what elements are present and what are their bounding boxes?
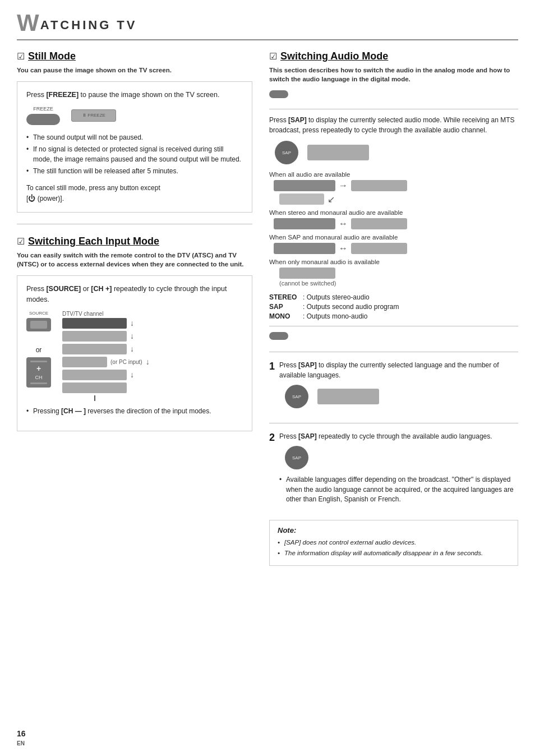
header-letter: W <box>17 11 39 35</box>
step1-sap-button: SAP <box>285 385 308 408</box>
or-pc-label: (or PC input) <box>110 359 142 365</box>
step-divider <box>269 423 518 423</box>
sap-desc: : Outputs second audio program <box>303 303 399 311</box>
step2-sap-button: SAP <box>285 446 308 469</box>
when-sap-label: When SAP and monaural audio are availabl… <box>269 234 518 241</box>
step1-display-bar <box>317 389 379 404</box>
when-stereo-diagram: ↔ <box>274 218 518 229</box>
audio-section: ☑ Switching Audio Mode This section desc… <box>269 50 518 566</box>
audio-title: Switching Audio Mode <box>280 50 388 62</box>
still-mode-checkmark: ☑ <box>17 51 25 62</box>
stereo-row: STEREO : Outputs stereo-audio <box>269 293 518 301</box>
mono-desc: : Outputs mono-audio <box>303 312 367 320</box>
note-title: Note: <box>278 526 510 534</box>
note-box: Note: [SAP] does not control external au… <box>269 520 518 565</box>
page-en: EN <box>17 740 25 746</box>
when-mono-label: When only monaural audio is available <box>269 259 518 265</box>
still-bullet-1: The sound output will not be paused. <box>26 133 243 142</box>
still-cancel-text: To cancel still mode, press any button e… <box>26 183 243 204</box>
note-bullet-1: [SAP] does not control external audio de… <box>278 538 510 547</box>
sap-row: SAP : Outputs second audio program <box>269 303 518 311</box>
note-list: [SAP] does not control external audio de… <box>278 538 510 557</box>
digital-divider-bottom <box>269 352 518 352</box>
when-sap-diagram: ↔ <box>274 243 518 254</box>
still-bullet-2: If no signal is detected or protected si… <box>26 145 243 164</box>
input-mode-heading: ☑ Switching Each Input Mode <box>17 236 252 247</box>
page-number-container: 16 EN <box>17 729 26 747</box>
mono-term: MONO <box>269 312 297 320</box>
right-column: ☑ Switching Audio Mode This section desc… <box>269 50 518 566</box>
digital-pill <box>269 332 288 340</box>
step-1-content: Press [SAP] to display the currently sel… <box>279 360 518 415</box>
step1-sap-display-row: SAP <box>285 385 518 408</box>
step-2-text: Press [SAP] repeatedly to cycle through … <box>279 431 518 441</box>
input-mode-bullet-1: Pressing [CH — ] reverses the direction … <box>26 407 243 416</box>
cannot-switched: (cannot be switched) <box>279 280 336 287</box>
audio-heading: ☑ Switching Audio Mode <box>269 50 518 62</box>
left-column: ☑ Still Mode You can pause the image sho… <box>17 50 252 566</box>
still-mode-bullets: The sound output will not be paused. If … <box>26 133 243 177</box>
page-header: W ATCHING TV <box>17 11 518 40</box>
step-1-row: 1 Press [SAP] to display the currently s… <box>269 358 518 415</box>
audio-checkmark: ☑ <box>269 51 277 62</box>
stereo-desc: : Outputs stereo-audio <box>303 293 370 301</box>
audio-labels: STEREO : Outputs stereo-audio SAP : Outp… <box>269 293 518 320</box>
freeze-label: FREEZE <box>33 106 53 112</box>
analog-intro: Press [SAP] to display the currently sel… <box>269 115 518 135</box>
sap-term: SAP <box>269 303 297 311</box>
divider-left <box>17 224 252 224</box>
sap-button-shape: SAP <box>275 141 298 164</box>
stereo-term: STEREO <box>269 293 297 301</box>
source-diagram: SOURCE or + CH <box>26 311 243 401</box>
step-2-row: 2 Press [SAP] repeatedly to cycle throug… <box>269 429 518 511</box>
source-label: SOURCE <box>29 311 48 316</box>
mono-row: MONO : Outputs mono-audio <box>269 312 518 320</box>
input-mode-title: Switching Each Input Mode <box>28 236 159 247</box>
when-all-diagram: → ↙ <box>274 180 518 205</box>
channel-list-diagram: DTV/TV channel ↓ ↓ ↓ <box>62 311 150 401</box>
page-number: 16 <box>17 729 26 738</box>
mono-only-diagram: (cannot be switched) <box>275 268 518 287</box>
audio-subtitle: This section describes how to switch the… <box>269 66 518 84</box>
input-mode-bullets: Pressing [CH — ] reverses the direction … <box>26 407 243 416</box>
display-bar-shape <box>307 145 369 160</box>
or-text: or <box>36 346 42 354</box>
note-bullet-2: The information display will automatical… <box>278 548 510 557</box>
input-mode-section: ☑ Switching Each Input Mode You can easi… <box>17 236 252 431</box>
step2-sap-row: SAP <box>285 446 518 469</box>
step-2-content: Press [SAP] repeatedly to cycle through … <box>279 431 518 511</box>
step-2-number: 2 <box>269 431 275 444</box>
still-mode-content-text: Press [FREEZE] to pause the image shown … <box>26 90 243 100</box>
step-1-number: 1 <box>269 360 275 373</box>
freeze-row: FREEZE ⏸ FREEZE <box>26 106 243 125</box>
step-2-bullets: Available languages differ depending on … <box>279 475 518 504</box>
input-mode-subtitle: You can easily switch with the remote co… <box>17 251 252 269</box>
analog-pill <box>269 90 288 98</box>
sap-display-row: SAP <box>275 141 518 164</box>
still-mode-heading: ☑ Still Mode <box>17 50 252 62</box>
digital-divider-top <box>269 326 518 326</box>
page-container: W ATCHING TV ☑ Still Mode You can pause … <box>0 0 535 756</box>
input-mode-content-box: Press [SOURCE] or [CH +] repeatedly to c… <box>17 275 252 431</box>
still-mode-content-box: Press [FREEZE] to pause the image shown … <box>17 81 252 213</box>
freeze-button-shape <box>26 114 60 125</box>
main-columns: ☑ Still Mode You can pause the image sho… <box>17 50 518 566</box>
when-stereo-label: When stereo and monaural audio are avail… <box>269 209 518 216</box>
still-mode-title: Still Mode <box>28 50 76 62</box>
step-1-text: Press [SAP] to display the currently sel… <box>279 360 518 380</box>
analog-divider-top <box>269 109 518 109</box>
still-bullet-3: The still function will be released afte… <box>26 167 243 176</box>
header-title: ATCHING TV <box>40 18 137 35</box>
freeze-screen-shape: ⏸ FREEZE <box>71 109 116 122</box>
input-mode-checkmark: ☑ <box>17 236 25 247</box>
step-2-bullet-1: Available languages differ depending on … <box>279 475 518 504</box>
when-all-label: When all audio are available <box>269 171 518 178</box>
dtv-label: DTV/TV channel <box>62 311 150 317</box>
still-mode-subtitle: You can pause the image shown on the TV … <box>17 66 252 75</box>
input-mode-content-text: Press [SOURCE] or [CH +] repeatedly to c… <box>26 284 243 305</box>
